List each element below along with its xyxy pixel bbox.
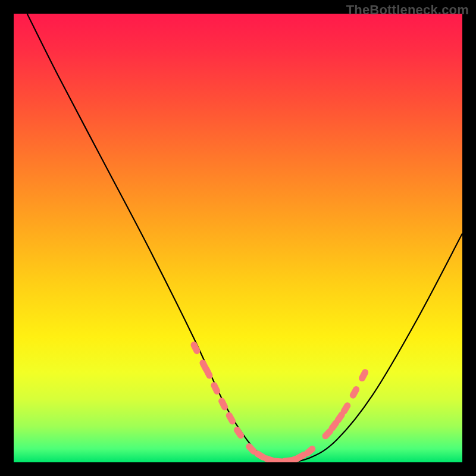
curve-marker: [190, 340, 202, 355]
watermark-text: TheBottleneck.com: [346, 2, 469, 18]
curve-marker: [358, 368, 369, 383]
chart-svg: [14, 14, 462, 462]
curve-layer: [27, 14, 462, 462]
bottleneck-curve-path: [27, 14, 462, 462]
plot-area: [14, 14, 462, 462]
curve-marker: [233, 425, 245, 440]
chart-frame: TheBottleneck.com: [0, 0, 476, 476]
curve-marker: [349, 385, 361, 400]
marker-layer: [190, 340, 370, 462]
